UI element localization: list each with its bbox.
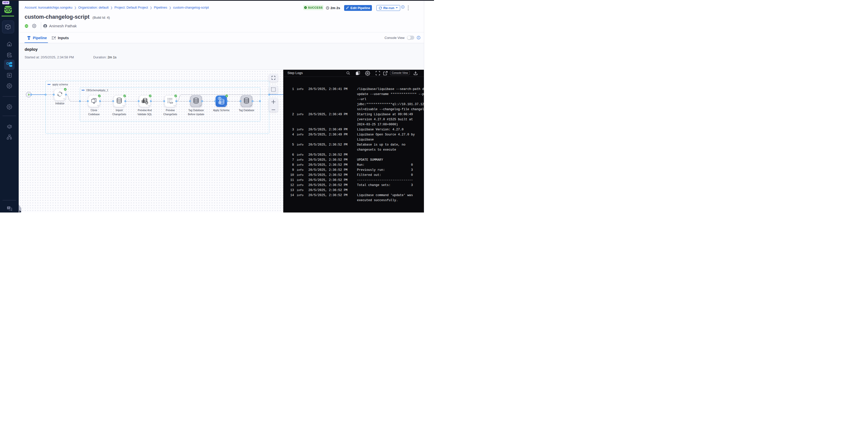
svg-text:Initialize: Initialize — [55, 102, 65, 105]
svg-text:apply schema: apply schema — [52, 83, 68, 86]
svg-text:Preview And: Preview And — [138, 109, 152, 112]
svg-text:</>: </> — [63, 98, 65, 100]
svg-text:ChangeSets: ChangeSets — [112, 113, 126, 116]
svg-text:</>: </> — [224, 105, 226, 106]
svg-text:?: ? — [8, 206, 9, 209]
svg-text:Clone: Clone — [91, 109, 97, 112]
svg-text:Apply Schema: Apply Schema — [213, 109, 229, 112]
svg-text:</>: </> — [199, 105, 202, 106]
svg-text:</>: </> — [173, 105, 176, 106]
svg-text:</>: </> — [148, 105, 150, 106]
svg-text:Before Update: Before Update — [188, 113, 204, 116]
svg-text:</>: </> — [122, 105, 124, 106]
svg-text:ChangeSets: ChangeSets — [163, 113, 177, 116]
svg-text:Preview: Preview — [166, 109, 175, 112]
svg-text:Tag Database: Tag Database — [188, 109, 204, 112]
svg-text:</>: </> — [249, 105, 252, 106]
svg-text:Import: Import — [116, 109, 123, 112]
svg-text:</>: </> — [97, 105, 99, 106]
svg-text:Codebase: Codebase — [88, 113, 100, 116]
svg-text:Validate SQL: Validate SQL — [137, 113, 152, 116]
svg-text:DBSchemaApply_1: DBSchemaApply_1 — [86, 89, 108, 92]
svg-text:Tag Database: Tag Database — [239, 109, 254, 112]
